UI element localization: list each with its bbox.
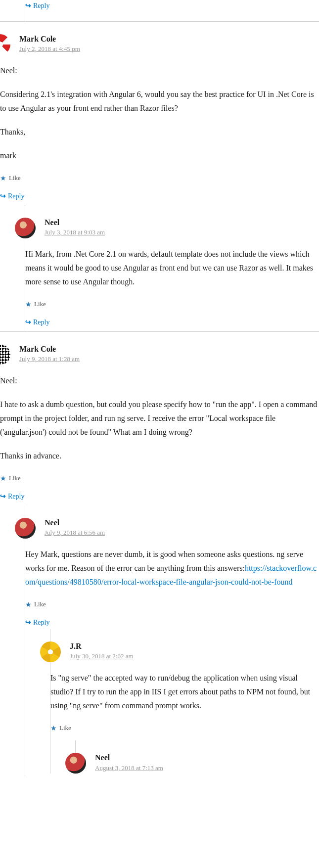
comment-header: Mark Cole July 2, 2018 at 4:45 pm (0, 34, 319, 55)
comment-date[interactable]: July 2, 2018 at 4:45 pm (19, 45, 80, 53)
reply-link[interactable]: Reply (8, 491, 24, 503)
comment-meta: Mark Cole July 9, 2018 at 1:28 am (19, 344, 80, 364)
star-icon: ★ (25, 599, 32, 611)
comment-header: Neel August 3, 2018 at 7:13 am (76, 753, 319, 774)
comment-text: Hey Mark, questions are never dumb, it i… (25, 548, 319, 589)
comment-header: J.R July 30, 2018 at 2:02 am (50, 641, 319, 662)
comment-body: Is "ng serve" the accepted way to run/de… (50, 671, 319, 713)
comment-body: Neel: I hate to ask a dumb question, but… (0, 374, 319, 463)
avatar (40, 641, 61, 662)
reply-link[interactable]: Reply (33, 317, 49, 329)
comment-author: Neel (45, 218, 105, 228)
star-icon: ★ (0, 473, 6, 485)
comment-text: I hate to ask a dumb question, but could… (0, 398, 319, 439)
comment-author: Mark Cole (19, 34, 80, 45)
reply-arrow-icon: ↪ (25, 317, 31, 329)
comment-date[interactable]: August 3, 2018 at 7:13 am (95, 764, 163, 773)
comment-body: Hey Mark, questions are never dumb, it i… (25, 548, 319, 589)
comment-header: Mark Cole July 9, 2018 at 1:28 am (0, 344, 319, 365)
comment-author: Mark Cole (19, 344, 80, 355)
like-label: Like (9, 473, 21, 484)
reply-action[interactable]: ↪ Reply (25, 617, 319, 629)
reply-arrow-icon: ↪ (0, 190, 6, 203)
avatar (0, 34, 10, 55)
comment-date[interactable]: July 9, 2018 at 1:28 am (19, 355, 80, 364)
comment-meta: Mark Cole July 2, 2018 at 4:45 pm (19, 34, 80, 54)
like-action[interactable]: ★ Like (25, 599, 319, 611)
like-action[interactable]: ★ Like (0, 173, 319, 185)
comment: Neel August 3, 2018 at 7:13 am (75, 740, 319, 774)
reply-action[interactable]: ↪ Reply (25, 317, 319, 329)
like-label: Like (9, 173, 21, 184)
comment: J.R July 30, 2018 at 2:02 am Is "ng serv… (50, 629, 319, 774)
comment-text: Hi Mark, from .Net Core 2.1 on wards, de… (25, 247, 319, 289)
comment-text: Is "ng serve" the accepted way to run/de… (50, 671, 319, 713)
comment-meta: Neel July 3, 2018 at 9:03 am (45, 218, 105, 237)
comment-text: Neel: (0, 374, 319, 388)
comment-date[interactable]: July 9, 2018 at 6:56 am (45, 529, 105, 537)
avatar (0, 344, 10, 365)
avatar (15, 218, 36, 238)
reply-link[interactable]: Reply (33, 0, 49, 12)
like-label: Like (34, 299, 46, 310)
comment: Mark Cole July 9, 2018 at 1:28 am Neel: … (0, 331, 319, 505)
like-action[interactable]: ★ Like (0, 473, 319, 485)
like-action[interactable]: ★ Like (25, 299, 319, 311)
like-action[interactable]: ★ Like (50, 723, 319, 735)
comment-body: Hi Mark, from .Net Core 2.1 on wards, de… (25, 247, 319, 289)
reply-link[interactable]: Reply (8, 190, 24, 203)
comment-text: mark (0, 149, 319, 163)
comment-meta: J.R July 30, 2018 at 2:02 am (70, 641, 134, 661)
reply-action[interactable]: ↪ Reply (0, 190, 319, 203)
like-label: Like (59, 723, 71, 734)
star-icon: ★ (50, 723, 57, 735)
reply-link[interactable]: Reply (33, 617, 49, 629)
comment-header: Neel July 9, 2018 at 6:56 am (25, 518, 319, 539)
star-icon: ★ (0, 173, 6, 185)
reply-arrow-icon: ↪ (25, 0, 31, 12)
comment-header: Neel July 3, 2018 at 9:03 am (25, 218, 319, 238)
star-icon: ★ (25, 299, 32, 311)
comment-meta: Neel August 3, 2018 at 7:13 am (95, 753, 163, 773)
comment-text: Considering 2.1's integration with Angul… (0, 88, 319, 115)
reply-arrow-icon: ↪ (25, 617, 31, 629)
comment-text: Thanks, (0, 125, 319, 139)
comment-meta: Neel July 9, 2018 at 6:56 am (45, 518, 105, 538)
comment-author: Neel (95, 753, 163, 763)
comment-body: Neel: Considering 2.1's integration with… (0, 64, 319, 163)
comment: Neel July 3, 2018 at 9:03 am Hi Mark, fr… (25, 205, 319, 331)
comment-text: Neel: (0, 64, 319, 78)
comment-author: J.R (70, 641, 134, 652)
comment: ↪ Reply (25, 0, 319, 21)
like-label: Like (34, 599, 46, 610)
comment: Mark Cole July 2, 2018 at 4:45 pm Neel: … (0, 21, 319, 205)
reply-action[interactable]: ↪ Reply (0, 491, 319, 503)
comment: Neel July 9, 2018 at 6:56 am Hey Mark, q… (25, 505, 319, 777)
avatar (65, 753, 86, 774)
comment-date[interactable]: July 3, 2018 at 9:03 am (45, 228, 105, 237)
avatar (15, 518, 36, 539)
reply-action[interactable]: ↪ Reply (25, 0, 319, 12)
comment-date[interactable]: July 30, 2018 at 2:02 am (70, 652, 134, 661)
reply-arrow-icon: ↪ (0, 491, 6, 503)
comment-text: Thanks in advance. (0, 449, 319, 463)
comment-author: Neel (45, 518, 105, 528)
